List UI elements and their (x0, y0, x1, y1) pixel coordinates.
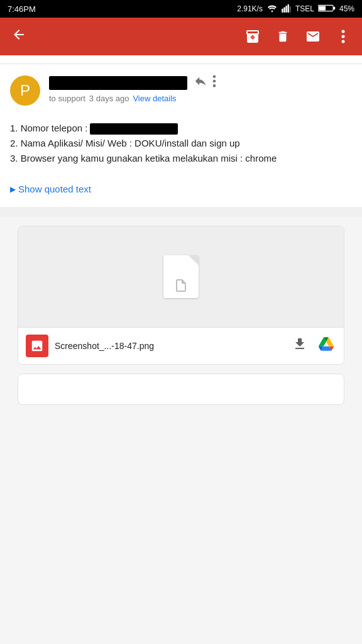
email-body: 1. Nomor telepon : 2. Nama Aplikasi/ Mis… (10, 121, 352, 166)
section-gap (0, 55, 362, 64)
more-button[interactable] (331, 24, 356, 49)
sender-name-redacted (49, 76, 187, 90)
svg-rect-7 (333, 6, 335, 9)
sender-info: to support 3 days ago View details (49, 74, 352, 103)
email-line3: 3. Browser yang kamu gunakan ketika mela… (10, 151, 352, 166)
attachment-thumbnail (26, 335, 48, 357)
svg-rect-0 (282, 8, 283, 12)
sender-name-row (49, 74, 352, 91)
email-actions (194, 74, 216, 91)
svg-rect-6 (319, 6, 326, 10)
email-line2: 2. Nama Aplikasi/ Misi/ Web : DOKU/insta… (10, 136, 352, 151)
status-right: 2.91K/s TSEL 45% (237, 4, 354, 14)
app-bar-actions (240, 24, 356, 49)
show-quoted-text-button[interactable]: ▶ Show quoted text (10, 184, 352, 194)
reply-button[interactable] (194, 74, 207, 91)
svg-point-8 (342, 30, 345, 33)
delete-button[interactable] (270, 24, 295, 49)
section-divider (0, 207, 362, 217)
mail-button[interactable] (300, 24, 326, 49)
svg-rect-3 (288, 4, 289, 12)
avatar: P (10, 75, 40, 106)
svg-rect-4 (290, 6, 291, 12)
app-bar (0, 18, 362, 55)
svg-point-13 (213, 84, 216, 87)
next-email-card-preview (18, 374, 344, 405)
email-card: P (0, 64, 362, 207)
download-button[interactable] (290, 334, 310, 358)
sender-meta: to support 3 days ago View details (49, 94, 352, 103)
svg-point-12 (213, 80, 216, 83)
phone-redacted (90, 123, 178, 135)
sender-row: P (10, 74, 352, 106)
archive-button[interactable] (240, 24, 265, 49)
battery-icon (318, 4, 336, 14)
signal-icon (282, 4, 292, 14)
svg-point-11 (213, 75, 216, 78)
email-line1: 1. Nomor telepon : (10, 121, 352, 136)
svg-rect-1 (283, 7, 285, 13)
google-drive-button[interactable] (316, 334, 336, 358)
svg-rect-2 (285, 6, 287, 13)
status-bar: 7:46PM 2.91K/s TSEL (0, 0, 362, 18)
attachment-preview (18, 226, 344, 327)
attachment-filename: Screenshot_...-18-47.png (55, 341, 283, 351)
attachment-section: Screenshot_...-18-47.png (0, 217, 362, 414)
triangle-icon: ▶ (10, 185, 16, 194)
status-time: 7:46PM (8, 4, 36, 14)
view-details-link[interactable]: View details (133, 94, 176, 103)
attachment-card: Screenshot_...-18-47.png (18, 226, 344, 365)
file-icon (163, 255, 199, 298)
svg-point-9 (342, 35, 345, 38)
attachment-footer: Screenshot_...-18-47.png (18, 327, 344, 364)
email-more-button[interactable] (212, 74, 216, 91)
svg-point-10 (342, 40, 345, 43)
back-button[interactable] (6, 22, 31, 51)
wifi-icon (266, 4, 278, 14)
